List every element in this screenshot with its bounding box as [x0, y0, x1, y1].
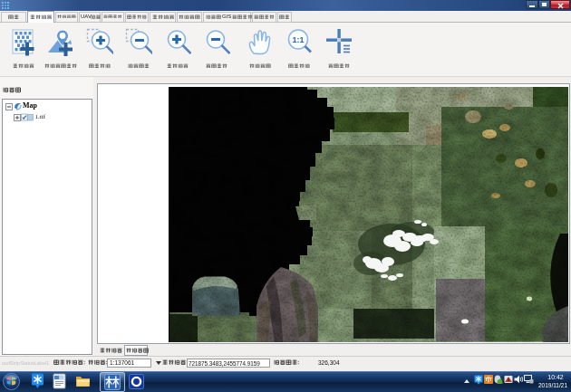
svg-text:1:1: 1:1: [292, 35, 304, 44]
